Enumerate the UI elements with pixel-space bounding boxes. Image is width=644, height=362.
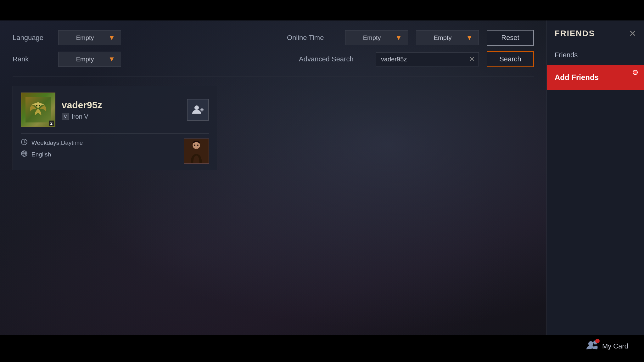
- svg-point-16: [194, 144, 195, 146]
- character-thumbnail: [184, 139, 209, 164]
- svg-point-1: [36, 105, 37, 106]
- clear-search-button[interactable]: ✕: [465, 53, 479, 66]
- main-content: Language Empty ▼ Online Time Empty ▼ Emp…: [0, 20, 546, 335]
- friends-tab-label: Friends: [555, 51, 578, 59]
- player-rank: V Iron V: [62, 113, 187, 120]
- sidebar: FRIENDS ✕ Friends Add Friends: [546, 20, 644, 335]
- player-card-bottom: Weekdays,Daytime English: [21, 133, 209, 164]
- my-card-icon: [586, 340, 598, 353]
- add-friends-button[interactable]: Add Friends: [547, 65, 644, 90]
- divider: [13, 76, 534, 76]
- rank-number-badge: 2: [49, 121, 54, 126]
- sidebar-item-friends[interactable]: Friends: [547, 45, 644, 65]
- sidebar-header: FRIENDS ✕: [547, 20, 644, 45]
- notification-badge: [595, 339, 600, 343]
- language-value: English: [31, 151, 51, 158]
- language-dropdown[interactable]: Empty ▼: [58, 30, 121, 45]
- advanced-search-label: Advanced Search: [299, 55, 368, 63]
- language-label: Language: [13, 34, 50, 42]
- online-time-value-1: Empty: [351, 34, 393, 42]
- online-time-detail: Weekdays,Daytime: [21, 139, 184, 147]
- sidebar-spacer: [547, 90, 644, 335]
- svg-point-18: [588, 341, 593, 346]
- filter-row-2: Rank Empty ▼ Advanced Search ✕ Search: [13, 51, 534, 67]
- language-arrow-icon: ▼: [108, 34, 115, 42]
- search-input-wrapper: ✕: [376, 52, 479, 66]
- online-time-value: Weekdays,Daytime: [31, 139, 83, 146]
- search-input[interactable]: [376, 53, 465, 66]
- player-info: vader95z V Iron V: [62, 100, 187, 120]
- svg-point-2: [39, 105, 40, 106]
- player-details: Weekdays,Daytime English: [21, 139, 184, 164]
- my-card-button[interactable]: My Card: [586, 340, 628, 353]
- online-time-value-2: Empty: [422, 34, 463, 42]
- rank-arrow-icon: ▼: [108, 55, 115, 63]
- globe-icon: [21, 150, 28, 159]
- svg-line-8: [24, 142, 25, 143]
- top-bar: [0, 0, 644, 20]
- player-name: vader95z: [62, 100, 187, 110]
- sidebar-title: FRIENDS: [555, 29, 595, 38]
- character-image: [184, 139, 209, 163]
- svg-point-17: [197, 144, 199, 146]
- rank-label: Rank: [13, 55, 50, 63]
- my-card-label: My Card: [602, 342, 628, 350]
- rank-dropdown[interactable]: Empty ▼: [58, 52, 121, 67]
- player-card: 2 vader95z V Iron V: [13, 86, 217, 170]
- rank-text: Iron V: [71, 113, 88, 120]
- add-friends-notification-dot: [633, 70, 638, 75]
- player-card-top: 2 vader95z V Iron V: [21, 93, 209, 127]
- bottom-bar: [0, 335, 644, 362]
- online-time-label: Online Time: [287, 34, 337, 42]
- svg-point-3: [194, 105, 199, 110]
- filter-row-1: Language Empty ▼ Online Time Empty ▼ Emp…: [13, 30, 534, 46]
- reset-button[interactable]: Reset: [487, 30, 534, 46]
- search-button[interactable]: Search: [487, 51, 534, 67]
- add-friends-label: Add Friends: [555, 73, 599, 82]
- clock-icon: [21, 139, 28, 147]
- language-detail: English: [21, 150, 184, 159]
- online-time-arrow-2-icon: ▼: [466, 34, 473, 42]
- rank-badge-v: V: [62, 113, 69, 120]
- language-value: Empty: [64, 34, 106, 42]
- online-time-arrow-1-icon: ▼: [395, 34, 402, 42]
- add-friend-button[interactable]: [187, 99, 209, 121]
- avatar: 2: [21, 93, 55, 127]
- rank-value: Empty: [64, 56, 106, 63]
- online-time-dropdown-1[interactable]: Empty ▼: [345, 30, 408, 45]
- online-time-dropdown-2[interactable]: Empty ▼: [416, 30, 479, 45]
- sidebar-close-button[interactable]: ✕: [629, 28, 636, 39]
